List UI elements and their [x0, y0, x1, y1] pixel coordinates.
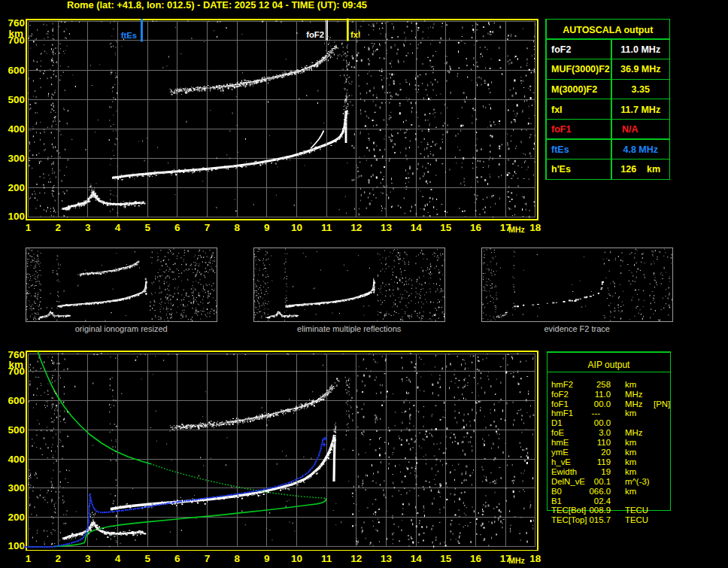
svg-text:9: 9	[264, 222, 270, 233]
svg-text:AIP output: AIP output	[588, 360, 630, 370]
svg-text:fxI: fxI	[551, 105, 563, 115]
svg-text:500: 500	[8, 94, 25, 105]
svg-text:00.0: 00.0	[594, 418, 611, 427]
svg-text:m^(-3): m^(-3)	[625, 477, 650, 486]
svg-text:4: 4	[115, 553, 121, 564]
svg-text:km: km	[8, 28, 23, 39]
svg-text:11.7 MHz: 11.7 MHz	[620, 105, 660, 115]
svg-text:km: km	[8, 359, 23, 370]
svg-text:Rome (lat: +41.8, lon: 012.5): Rome (lat: +41.8, lon: 012.5) - DATE: 20…	[67, 0, 367, 11]
svg-text:14: 14	[411, 222, 423, 233]
svg-text:7: 7	[205, 222, 211, 233]
svg-text:MHz: MHz	[625, 399, 643, 409]
svg-text:3: 3	[85, 553, 91, 564]
svg-text:km: km	[625, 467, 636, 476]
svg-text:300: 300	[8, 482, 25, 494]
svg-text:15: 15	[440, 553, 452, 564]
svg-text:Ewidth: Ewidth	[551, 467, 577, 476]
svg-text:AUTOSCALA output: AUTOSCALA output	[563, 25, 654, 35]
svg-text:258: 258	[596, 380, 611, 389]
svg-text:ymE: ymE	[551, 448, 569, 457]
svg-text:7: 7	[205, 553, 211, 564]
svg-text:15: 15	[440, 222, 452, 233]
svg-text:14: 14	[411, 553, 423, 564]
svg-text:2: 2	[55, 553, 61, 564]
svg-text:18: 18	[529, 553, 541, 564]
svg-text:MUF(3000)F2: MUF(3000)F2	[551, 64, 610, 74]
svg-text:km: km	[625, 448, 636, 457]
svg-text:M(3000)F2: M(3000)F2	[551, 84, 597, 95]
svg-text:500: 500	[8, 424, 25, 436]
svg-text:400: 400	[8, 454, 25, 465]
svg-text:6: 6	[174, 553, 180, 564]
svg-text:100: 100	[8, 540, 25, 551]
svg-text:ftEs: ftEs	[551, 144, 569, 155]
svg-text:8: 8	[234, 553, 240, 564]
svg-text:TECU: TECU	[625, 515, 648, 524]
svg-text:ftEs: ftEs	[121, 31, 137, 40]
svg-text:11.0 MHz: 11.0 MHz	[620, 44, 660, 55]
svg-text:5: 5	[144, 553, 150, 564]
svg-text:TECU: TECU	[625, 506, 648, 515]
svg-text:km: km	[625, 409, 636, 418]
svg-text:foF2: foF2	[551, 44, 571, 55]
svg-text:9: 9	[264, 553, 270, 564]
svg-text:1: 1	[26, 553, 32, 564]
svg-text:1: 1	[26, 222, 32, 233]
svg-text:11.0: 11.0	[595, 390, 611, 399]
svg-text:B1: B1	[551, 497, 562, 506]
svg-text:foF2: foF2	[306, 30, 324, 39]
svg-text:11: 11	[321, 553, 332, 564]
svg-text:4.8 MHz: 4.8 MHz	[623, 144, 658, 155]
svg-text:110: 110	[597, 438, 611, 447]
svg-text:TEC[Bot]: TEC[Bot]	[551, 506, 586, 515]
svg-text:11: 11	[321, 222, 332, 233]
svg-text:h_vE: h_vE	[551, 457, 571, 466]
svg-text:foE: foE	[551, 428, 564, 437]
svg-text:D1: D1	[551, 418, 563, 427]
svg-text:hmF1: hmF1	[551, 409, 573, 418]
svg-text:[PN]: [PN]	[654, 399, 670, 409]
svg-text:---: ---	[592, 409, 601, 418]
svg-text:MHz: MHz	[508, 556, 525, 565]
svg-text:8: 8	[234, 222, 240, 233]
svg-text:5: 5	[144, 222, 150, 233]
svg-text:km: km	[625, 438, 636, 447]
svg-text:foF1: foF1	[551, 124, 571, 135]
svg-text:km: km	[625, 457, 636, 466]
svg-text:km: km	[625, 380, 636, 389]
svg-text:02.4: 02.4	[594, 497, 611, 506]
svg-text:00.0: 00.0	[594, 399, 611, 409]
svg-text:12: 12	[350, 553, 362, 564]
svg-text:4: 4	[115, 222, 121, 233]
svg-text:B0: B0	[551, 487, 562, 496]
svg-text:13: 13	[381, 553, 393, 564]
svg-text:10: 10	[291, 222, 302, 233]
svg-text:16: 16	[470, 553, 482, 564]
svg-text:original ionogram resized: original ionogram resized	[75, 324, 168, 333]
svg-text:36.9 MHz: 36.9 MHz	[620, 64, 661, 74]
svg-text:066.0: 066.0	[589, 487, 611, 496]
svg-text:119: 119	[597, 457, 611, 466]
svg-text:6: 6	[174, 222, 180, 233]
svg-text:400: 400	[8, 123, 25, 135]
svg-text:18: 18	[529, 222, 541, 233]
svg-text:13: 13	[381, 222, 393, 233]
svg-text:12: 12	[350, 222, 362, 233]
svg-text:hmF2: hmF2	[551, 380, 573, 389]
svg-text:MHz: MHz	[625, 428, 643, 437]
svg-text:015.7: 015.7	[589, 515, 611, 524]
svg-text:evidence F2 trace: evidence F2 trace	[544, 324, 609, 333]
svg-text:km: km	[625, 487, 636, 496]
svg-text:foF2: foF2	[551, 390, 569, 399]
svg-text:hmE: hmE	[551, 438, 569, 447]
svg-text:200: 200	[8, 512, 25, 523]
svg-text:eliminate multiple reflections: eliminate multiple reflections	[297, 324, 402, 333]
svg-text:N/A: N/A	[622, 124, 639, 135]
svg-text:20: 20	[601, 448, 611, 457]
svg-text:foF1: foF1	[551, 399, 569, 409]
svg-text:19: 19	[601, 467, 611, 476]
svg-text:10: 10	[291, 553, 302, 564]
svg-text:3.0: 3.0	[599, 428, 611, 437]
svg-text:600: 600	[8, 65, 25, 76]
